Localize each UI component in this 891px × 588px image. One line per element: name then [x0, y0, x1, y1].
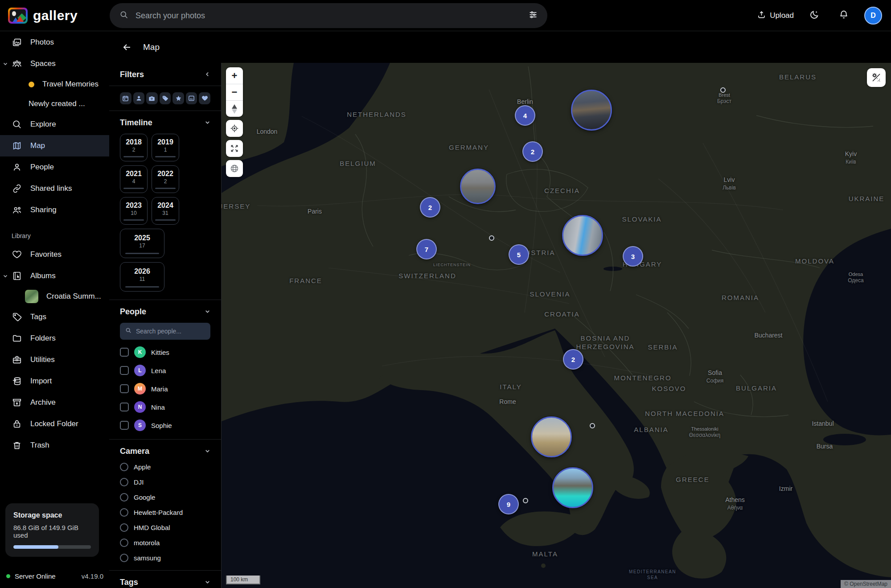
person-checkbox[interactable] — [120, 348, 129, 357]
person-row-sophie[interactable]: SSophie — [120, 419, 210, 431]
map-attribution[interactable]: © OpenStreetMap — [841, 580, 891, 588]
person-row-kitties[interactable]: KKitties — [120, 346, 210, 358]
camera-radio[interactable] — [120, 478, 128, 486]
person-row-nina[interactable]: NNina — [120, 401, 210, 413]
year-chip-2025[interactable]: 202517 — [120, 229, 164, 258]
year-chip-2021[interactable]: 20214 — [120, 165, 148, 193]
year-chip-2022[interactable]: 20222 — [152, 165, 179, 193]
upload-button[interactable]: Upload — [757, 10, 794, 21]
photo-cluster-marker[interactable]: 2 — [522, 141, 543, 162]
compass-button[interactable] — [226, 100, 243, 117]
sidebar-item-map[interactable]: Map — [0, 135, 109, 156]
photo-marker-coastal-city[interactable] — [531, 416, 572, 457]
person-checkbox[interactable] — [120, 421, 129, 430]
camera-option-hewlett-packard[interactable]: Hewlett-Packard — [120, 508, 210, 517]
sidebar-item-tags[interactable]: Tags — [0, 306, 109, 328]
photo-cluster-marker[interactable]: 2 — [563, 349, 583, 370]
sidebar-item-album-croatia[interactable]: Croatia Summ... — [0, 287, 109, 306]
camera-option-hmd-global[interactable]: HMD Global — [120, 523, 210, 532]
camera-option-apple[interactable]: Apple — [120, 463, 210, 471]
person-checkbox[interactable] — [120, 384, 129, 393]
search-input[interactable] — [135, 11, 521, 21]
sidebar-item-trash[interactable]: Trash — [0, 435, 109, 456]
chevron-down-icon[interactable] — [205, 579, 210, 587]
camera-filter-button[interactable] — [146, 92, 158, 104]
favorite-filter-button[interactable] — [199, 92, 210, 104]
camera-option-samsung[interactable]: samsung — [120, 554, 210, 562]
chevron-down-icon[interactable] — [3, 61, 9, 66]
sidebar-item-import[interactable]: Import — [0, 370, 109, 392]
theme-toggle-button[interactable] — [805, 7, 823, 25]
camera-option-motorola[interactable]: motorola — [120, 539, 210, 547]
sidebar-item-photos[interactable]: Photos — [0, 32, 109, 53]
star-filter-button[interactable] — [172, 92, 184, 104]
camera-radio[interactable] — [120, 539, 128, 547]
photo-cluster-marker[interactable]: 7 — [416, 239, 437, 259]
photo-cluster-marker[interactable]: 4 — [515, 105, 535, 126]
camera-radio[interactable] — [120, 493, 128, 502]
chevron-down-icon[interactable] — [205, 308, 210, 316]
map-point-marker[interactable] — [523, 498, 528, 503]
app-logo[interactable]: gallery — [0, 8, 107, 24]
map-point-marker[interactable] — [489, 235, 494, 241]
zoom-out-button[interactable]: − — [226, 84, 243, 100]
person-row-lena[interactable]: LLena — [120, 365, 210, 376]
user-avatar[interactable]: D — [864, 7, 882, 25]
sidebar-item-shared-links[interactable]: Shared links — [0, 178, 109, 199]
map-canvas[interactable]: + − 100 km © OpenStreetMap BELARUSNETHER… — [222, 63, 891, 588]
person-checkbox[interactable] — [120, 366, 129, 375]
person-row-maria[interactable]: MMaria — [120, 383, 210, 395]
search-filters-icon[interactable] — [529, 10, 538, 21]
person-checkbox[interactable] — [120, 403, 129, 411]
map-style-toggle-button[interactable] — [867, 68, 886, 87]
year-chip-2019[interactable]: 20191 — [152, 134, 179, 161]
globe-button[interactable] — [226, 160, 243, 177]
sidebar-item-locked-folder[interactable]: Locked Folder — [0, 413, 109, 435]
map-point-marker[interactable] — [720, 87, 726, 93]
sidebar-item-newly-created[interactable]: Newly created ... — [0, 94, 109, 114]
camera-option-google[interactable]: Google — [120, 493, 210, 502]
sidebar-item-travel-memories[interactable]: Travel Memories — [0, 74, 109, 94]
search-bar[interactable] — [110, 3, 547, 28]
people-filter-button[interactable] — [133, 92, 145, 104]
photo-cluster-marker[interactable]: 3 — [623, 246, 643, 267]
camera-radio[interactable] — [120, 508, 128, 517]
year-chip-2024[interactable]: 202431 — [152, 197, 179, 225]
year-chip-2026[interactable]: 202611 — [120, 262, 164, 292]
sidebar-item-spaces[interactable]: Spaces — [0, 53, 109, 74]
sidebar-item-folders[interactable]: Folders — [0, 328, 109, 349]
chevron-down-icon[interactable] — [205, 119, 210, 127]
tag-filter-button[interactable] — [160, 92, 171, 104]
year-chip-2018[interactable]: 20182 — [120, 134, 148, 161]
sidebar-item-archive[interactable]: Archive — [0, 392, 109, 413]
back-button[interactable] — [122, 42, 132, 53]
photo-cluster-marker[interactable]: 2 — [420, 197, 440, 218]
people-search-input[interactable] — [136, 328, 205, 335]
sidebar-item-favorites[interactable]: Favorites — [0, 244, 109, 265]
collapse-panel-icon[interactable] — [205, 71, 210, 79]
photo-marker-sea-cave[interactable] — [552, 467, 593, 508]
fullscreen-button[interactable] — [226, 140, 243, 157]
people-search[interactable] — [120, 323, 210, 340]
chevron-down-icon[interactable] — [205, 448, 210, 456]
photo-cluster-marker[interactable]: 5 — [509, 244, 529, 265]
notifications-button[interactable] — [835, 7, 853, 25]
chevron-down-icon[interactable] — [3, 273, 9, 279]
photo-marker-cathedral[interactable] — [562, 215, 603, 256]
sidebar-item-explore[interactable]: Explore — [0, 114, 109, 135]
zoom-in-button[interactable]: + — [226, 67, 243, 84]
map-point-marker[interactable] — [590, 423, 595, 428]
camera-option-dji[interactable]: DJI — [120, 478, 210, 486]
photo-marker-canal-city[interactable] — [460, 169, 496, 204]
locate-button[interactable] — [226, 120, 243, 137]
camera-radio[interactable] — [120, 463, 128, 471]
sidebar-item-albums[interactable]: Albums — [0, 265, 109, 287]
sidebar-item-utilities[interactable]: Utilities — [0, 349, 109, 370]
year-chip-2023[interactable]: 202310 — [120, 197, 148, 225]
date-filter-button[interactable] — [120, 92, 131, 104]
sidebar-item-people[interactable]: People — [0, 156, 109, 178]
camera-radio[interactable] — [120, 554, 128, 562]
photo-cluster-marker[interactable]: 9 — [498, 494, 519, 514]
camera-radio[interactable] — [120, 523, 128, 532]
media-filter-button[interactable] — [186, 92, 197, 104]
